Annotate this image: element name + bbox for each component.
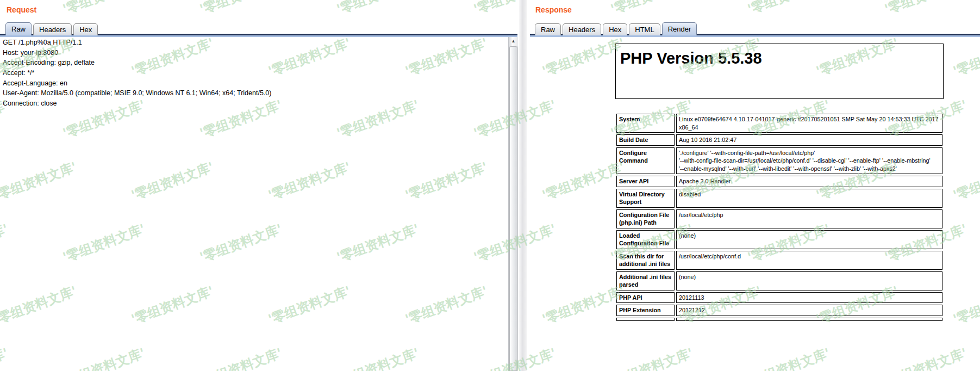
request-pane-title: Request: [7, 5, 36, 14]
phpinfo-row-value: Aug 10 2016 21:02:47: [676, 134, 942, 146]
response-tab-raw[interactable]: Raw: [535, 23, 561, 35]
phpinfo-row-value: (none): [676, 230, 942, 249]
request-tab-raw[interactable]: Raw: [5, 22, 32, 35]
request-editor[interactable]: GET /1.php%0a HTTP/1.1 Host: your-ip:808…: [0, 37, 508, 371]
request-line: Connection: close: [3, 100, 508, 110]
response-pane-title: Response: [535, 5, 572, 14]
request-line: Accept-Encoding: gzip, deflate: [3, 59, 508, 69]
php-version-heading: PHP Version 5.5.38: [620, 50, 943, 67]
phpinfo-row-value: Linux e0709fe64674 4.10.17-041017-generi…: [676, 114, 942, 133]
phpinfo-row-label: Configure Command: [616, 147, 675, 175]
watermark-text: '零组资料文库': [882, 0, 969, 18]
phpinfo-row-label: Additional .ini files parsed: [616, 271, 675, 290]
phpinfo-row-value: [676, 318, 942, 321]
request-tab-headers[interactable]: Headers: [33, 23, 72, 35]
watermark-text: '零组资料文库': [745, 0, 832, 18]
watermark-text: '零组资料文库': [60, 0, 147, 18]
response-tab-headers[interactable]: Headers: [563, 23, 601, 35]
response-tab-hex[interactable]: Hex: [603, 23, 627, 35]
phpinfo-row-label: PHP API: [616, 292, 675, 304]
scrollbar-thumb[interactable]: [509, 46, 517, 371]
phpinfo-row-label: Scan this dir for additional .ini files: [616, 251, 675, 270]
phpinfo-row-value: /usr/local/etc/php: [676, 209, 942, 228]
phpinfo-row-label: Build Date: [616, 134, 675, 146]
request-line: Accept: */*: [3, 69, 508, 79]
table-row: Build DateAug 10 2016 21:02:47: [616, 134, 942, 146]
phpinfo-row-value: 20121113: [676, 292, 942, 304]
pane-splitter[interactable]: [519, 0, 527, 371]
request-scrollbar[interactable]: ▲: [508, 37, 518, 371]
scroll-up-arrow-icon[interactable]: ▲: [509, 37, 518, 46]
phpinfo-row-label: Configuration File (php.ini) Path: [616, 209, 675, 228]
response-tab-html[interactable]: HTML: [629, 23, 660, 35]
request-tabbar: Raw Headers Hex: [5, 22, 98, 35]
table-row: Loaded Configuration File(none): [616, 230, 942, 249]
phpinfo-row-value: disabled: [676, 189, 942, 208]
phpinfo-row-value: 20121212: [676, 305, 942, 316]
table-row: Configure Command'./configure' '--with-c…: [616, 147, 942, 175]
phpinfo-row-value: './configure' '--with-config-file-path=/…: [676, 147, 942, 175]
php-version-box: PHP Version 5.5.38: [615, 44, 944, 99]
request-line: Accept-Language: en: [3, 79, 508, 90]
phpinfo-row-label: Loaded Configuration File: [616, 230, 675, 249]
table-row: Server APIApache 2.0 Handler: [616, 176, 942, 187]
table-row: Configuration File (php.ini) Path/usr/lo…: [616, 209, 942, 228]
table-row: SystemLinux e0709fe64674 4.10.17-041017-…: [616, 114, 942, 133]
phpinfo-table: SystemLinux e0709fe64674 4.10.17-041017-…: [615, 112, 944, 323]
table-row: Virtual Directory Supportdisabled: [616, 189, 942, 208]
table-row: PHP Extension20121212: [616, 305, 942, 316]
phpinfo-row-label: PHP Extension: [616, 305, 675, 316]
watermark-text: '零组资料文库': [334, 0, 421, 18]
phpinfo-row-value: /usr/local/etc/php/conf.d: [676, 251, 942, 270]
phpinfo-row-label: Virtual Directory Support: [616, 189, 675, 208]
request-line: User-Agent: Mozilla/5.0 (compatible; MSI…: [3, 89, 508, 100]
request-tab-hex[interactable]: Hex: [73, 23, 98, 35]
phpinfo-row-label: [616, 318, 675, 321]
request-line: GET /1.php%0a HTTP/1.1: [3, 39, 508, 49]
table-row: Additional .ini files parsed(none): [616, 271, 942, 290]
watermark-text: '零组资料文库': [197, 0, 284, 18]
table-row: [616, 318, 942, 321]
phpinfo-row-value: (none): [676, 271, 942, 290]
phpinfo-row-value: Apache 2.0 Handler: [676, 176, 942, 187]
request-line: Host: your-ip:8080: [3, 49, 508, 59]
response-tab-render[interactable]: Render: [662, 22, 697, 35]
table-row: Scan this dir for additional .ini files/…: [616, 251, 942, 270]
watermark-text: '零组资料文库': [608, 0, 695, 18]
phpinfo-row-label: System: [616, 114, 675, 133]
response-tabbar: Raw Headers Hex HTML Render: [535, 22, 697, 35]
table-row: PHP API20121113: [616, 292, 942, 304]
phpinfo-row-label: Server API: [616, 176, 675, 187]
